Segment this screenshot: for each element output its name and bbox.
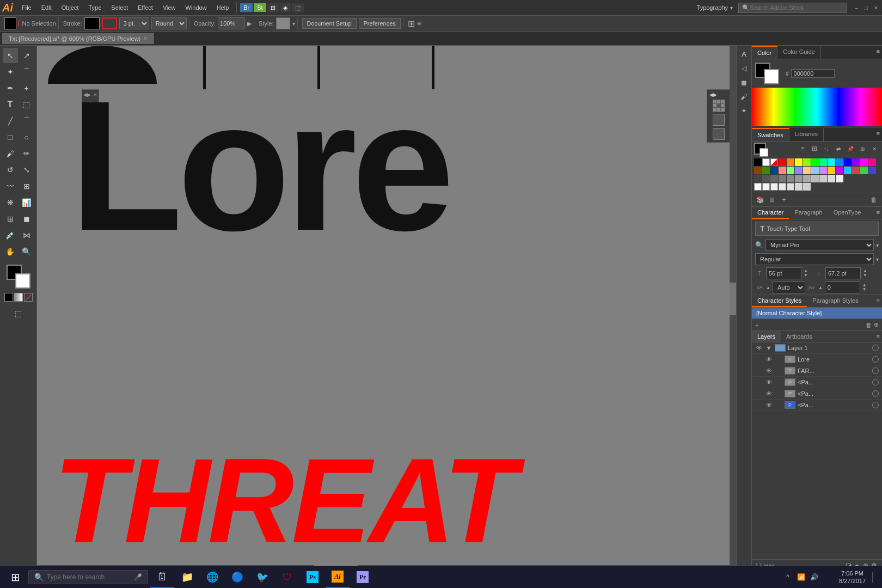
rect-tool[interactable]: □ xyxy=(3,130,18,145)
paintbrush-tool[interactable]: 🖌 xyxy=(3,146,18,161)
magic-wand-tool[interactable]: ✦ xyxy=(3,64,18,79)
swatch-icon-3[interactable]: 📌 xyxy=(845,143,856,154)
swatch-item[interactable] xyxy=(819,158,827,166)
opacity-input[interactable] xyxy=(218,17,245,29)
swatch-item[interactable] xyxy=(770,175,778,182)
tracking-select[interactable]: Auto xyxy=(773,281,805,293)
swatch-item[interactable] xyxy=(860,167,868,174)
tray-chevron[interactable]: ^ xyxy=(782,572,793,583)
style-chevron[interactable] xyxy=(292,20,295,27)
menu-type[interactable]: Type xyxy=(84,3,106,12)
char-panel-menu[interactable]: ≡ xyxy=(874,207,882,219)
pa1-target[interactable] xyxy=(872,379,879,385)
font-size-down[interactable]: ▼ xyxy=(804,273,812,278)
layers-panel-menu[interactable]: ≡ xyxy=(874,331,882,342)
none-btn[interactable] xyxy=(24,293,33,302)
far-visibility[interactable]: 👁 xyxy=(765,367,773,375)
show-desktop-btn[interactable] xyxy=(872,572,878,583)
swatch-item[interactable] xyxy=(828,175,835,182)
stroke-cap-select[interactable]: Round xyxy=(151,17,187,29)
line-height-input[interactable] xyxy=(825,267,861,279)
color-tab[interactable]: Color xyxy=(752,46,777,59)
layer-1-target[interactable] xyxy=(872,345,879,351)
layer-lore-row[interactable]: 👁 T Lore xyxy=(752,354,882,365)
document-setup-button[interactable]: Document Setup xyxy=(302,18,357,29)
swatch-item[interactable] xyxy=(852,167,860,174)
pa3-target[interactable] xyxy=(872,402,879,408)
volume-icon[interactable]: 🔊 xyxy=(808,572,819,583)
color-gradient-bar[interactable] xyxy=(752,88,882,126)
swatch-item[interactable] xyxy=(779,183,786,191)
taskbar-twitter-icon[interactable]: 🐦 xyxy=(250,566,274,588)
character-tab[interactable]: Character xyxy=(752,207,789,219)
taskbar-pr-icon[interactable]: Pr xyxy=(351,566,375,588)
swatch-icon-1[interactable]: ↑↓ xyxy=(821,143,832,154)
line-height-down[interactable]: ▼ xyxy=(863,273,872,278)
stock-search-input[interactable] xyxy=(750,4,837,11)
document-tab[interactable]: Txt [Recovered].ai* @ 600% (RGB/GPU Prev… xyxy=(2,33,154,44)
stroke-width-select[interactable]: 3 pt. xyxy=(119,17,149,29)
lore-visibility[interactable]: 👁 xyxy=(765,356,773,363)
stroke-style-swatch[interactable] xyxy=(102,17,117,29)
swatch-item[interactable] xyxy=(836,158,843,166)
taskbar-search-input[interactable] xyxy=(47,573,131,581)
lore-target[interactable] xyxy=(872,356,879,363)
pa3-visibility[interactable]: 👁 xyxy=(765,401,773,409)
swatch-item[interactable] xyxy=(787,167,794,174)
font-size-stepper[interactable]: ▲ ▼ xyxy=(804,269,812,278)
menu-object[interactable]: Object xyxy=(57,3,83,12)
swatch-item[interactable] xyxy=(754,183,762,191)
eyedropper-tool[interactable]: 💉 xyxy=(3,228,18,243)
swatch-item[interactable] xyxy=(762,158,770,166)
font-family-select[interactable]: Myriad Pro xyxy=(765,239,874,251)
taskbar-edge-icon[interactable]: 🌐 xyxy=(200,566,224,588)
solid-color-btn[interactable] xyxy=(4,293,13,302)
pa2-visibility[interactable]: 👁 xyxy=(765,390,773,397)
taskbar-ps-icon[interactable]: Ps xyxy=(301,566,324,588)
menu-edit[interactable]: Edit xyxy=(37,3,56,12)
swatch-item[interactable] xyxy=(770,167,778,174)
layers-btn[interactable]: ⬚ xyxy=(11,306,26,321)
character-panel-icon[interactable]: A xyxy=(738,48,750,60)
swatch-item[interactable] xyxy=(795,158,803,166)
swatch-icon-2[interactable]: ⇄ xyxy=(833,143,844,154)
opentype-tab[interactable]: OpenType xyxy=(828,207,867,219)
taskbar-security-icon[interactable]: 🛡 xyxy=(275,566,299,588)
distribute-icon[interactable]: ≡ xyxy=(417,19,421,28)
swatch-item[interactable] xyxy=(844,158,852,166)
free-transform-tool[interactable]: ⊞ xyxy=(19,179,34,194)
symbol-sprayer-tool[interactable]: ❋ xyxy=(3,195,18,210)
rotate-option[interactable] xyxy=(713,128,725,140)
normal-char-style-item[interactable]: [Normal Character Style] xyxy=(752,308,882,318)
menu-file[interactable]: File xyxy=(17,3,36,12)
layer-pa2-row[interactable]: 👁 P <Pa... xyxy=(752,388,882,400)
font-family-chevron[interactable] xyxy=(876,242,879,248)
swatch-item[interactable] xyxy=(795,175,803,182)
swatch-item[interactable] xyxy=(836,175,843,182)
swatch-item[interactable] xyxy=(803,158,811,166)
hand-tool[interactable]: ✋ xyxy=(3,244,18,259)
kerning-input[interactable] xyxy=(825,281,860,293)
fill-color-box[interactable] xyxy=(4,17,16,29)
styles-add-new-layer[interactable]: + xyxy=(755,322,758,328)
layer-pa3-row[interactable]: 👁 P <Pa... xyxy=(752,400,882,411)
tab-close-button[interactable]: × xyxy=(144,35,147,41)
stroke-color-indicator[interactable] xyxy=(15,273,30,289)
close-button[interactable]: ✕ xyxy=(872,4,880,11)
opacity-more-icon[interactable]: ▶ xyxy=(247,20,252,27)
swatch-delete-icon[interactable]: 🗑 xyxy=(869,195,879,205)
swatch-color-groups-icon[interactable]: ⊞ xyxy=(767,195,777,205)
zoom-tool[interactable]: 🔍 xyxy=(19,244,34,259)
swatch-icon-5[interactable]: ✕ xyxy=(869,143,880,154)
transform-grid[interactable] xyxy=(713,100,725,112)
swatch-item[interactable] xyxy=(860,158,868,166)
canvas-area[interactable]: ◀▶ ✕ ✋ ⊞ □ ♣ ◀▶ xyxy=(37,46,736,572)
taskbar-mic-icon[interactable]: 🎤 xyxy=(134,573,142,581)
swatch-item[interactable] xyxy=(803,175,811,182)
preferences-button[interactable]: Preferences xyxy=(359,18,401,29)
artboards-tab[interactable]: Artboards xyxy=(781,331,818,342)
swatch-item[interactable] xyxy=(762,183,770,191)
styles-panel-menu[interactable]: ≡ xyxy=(874,295,882,307)
network-icon[interactable]: 📶 xyxy=(795,572,806,583)
far-layer-name[interactable]: FAR... xyxy=(798,367,870,374)
